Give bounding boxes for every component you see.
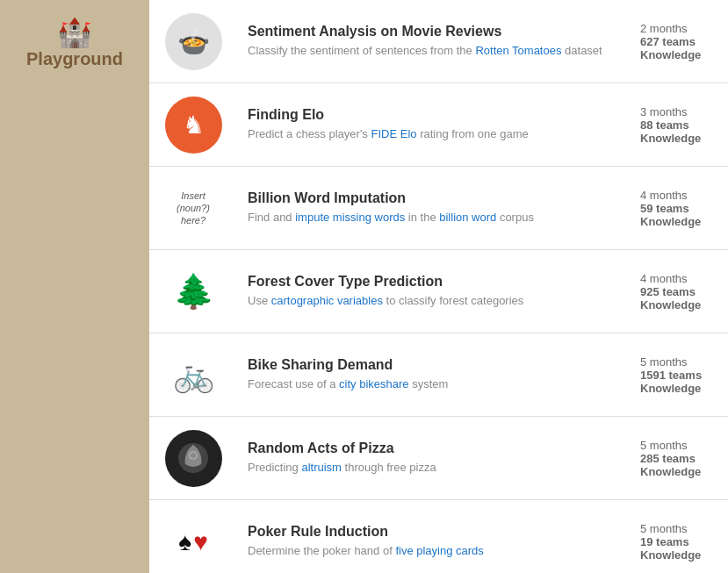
comp-months: 5 months (640, 522, 717, 535)
comp-meta-billion-word-imputation: 4 months 59 teams Knowledge (640, 189, 728, 228)
list-item[interactable]: 🚲 Bike Sharing Demand Forecast use of a … (149, 333, 728, 417)
comp-desc: Find and impute missing words in the bil… (248, 210, 630, 226)
comp-title[interactable]: Finding Elo (248, 107, 630, 123)
list-item[interactable]: ♠♥ Poker Rule Induction Determine the po… (149, 500, 728, 573)
comp-title[interactable]: Billion Word Imputation (248, 190, 630, 206)
comp-icon-poker-rule-induction: ♠♥ (149, 513, 237, 570)
list-item[interactable]: Insert(noun?)here? Billion Word Imputati… (149, 167, 728, 250)
comp-teams: 1591 teams (640, 369, 717, 382)
poker-icon: ♠♥ (165, 513, 222, 570)
comp-teams: 925 teams (640, 285, 717, 298)
comp-teams: 59 teams (640, 202, 717, 215)
chess-icon: ♞ (165, 97, 222, 154)
comp-category: Knowledge (640, 465, 717, 478)
tree-icon: 🌲 (165, 263, 222, 320)
comp-desc: Predicting altruism through free pizza (248, 460, 630, 476)
comp-info-bike-sharing-demand: Bike Sharing Demand Forecast use of a ci… (237, 357, 640, 392)
comp-desc: Classify the sentiment of sentences from… (248, 43, 630, 59)
comp-info-finding-elo: Finding Elo Predict a chess player's FID… (237, 107, 640, 142)
comp-meta-random-acts-of-pizza: 5 months 285 teams Knowledge (640, 439, 728, 478)
comp-category: Knowledge (640, 382, 717, 395)
insert-icon: Insert(noun?)here? (165, 180, 222, 237)
comp-teams: 627 teams (640, 35, 717, 48)
comp-meta-sentiment-analysis: 2 months 627 teams Knowledge (640, 22, 728, 61)
comp-info-forest-cover-type: Forest Cover Type Prediction Use cartogr… (237, 274, 640, 309)
comp-months: 4 months (640, 189, 717, 202)
comp-desc: Determine the poker hand of five playing… (248, 543, 630, 559)
list-item[interactable]: ♞ Finding Elo Predict a chess player's F… (149, 83, 728, 167)
comp-icon-finding-elo: ♞ (149, 97, 237, 154)
comp-title[interactable]: Forest Cover Type Prediction (248, 274, 630, 290)
comp-title[interactable]: Poker Rule Induction (248, 524, 630, 540)
sidebar: 🏰 Playground (0, 0, 149, 573)
sidebar-title: Playground (26, 49, 123, 69)
comp-months: 3 months (640, 105, 717, 118)
comp-meta-poker-rule-induction: 5 months 19 teams Knowledge (640, 522, 728, 562)
comp-meta-bike-sharing-demand: 5 months 1591 teams Knowledge (640, 355, 728, 395)
bike-icon: 🚲 (165, 347, 222, 404)
comp-info-sentiment-analysis: Sentiment Analysis on Movie Reviews Clas… (237, 24, 640, 59)
comp-category: Knowledge (640, 548, 717, 562)
castle-icon: 🏰 (57, 16, 92, 49)
comp-icon-bike-sharing-demand: 🚲 (149, 347, 237, 404)
comp-months: 5 months (640, 355, 717, 369)
comp-info-poker-rule-induction: Poker Rule Induction Determine the poker… (237, 524, 640, 559)
comp-title[interactable]: Sentiment Analysis on Movie Reviews (248, 24, 630, 39)
comp-icon-billion-word-imputation: Insert(noun?)here? (149, 180, 237, 237)
comp-category: Knowledge (640, 132, 717, 145)
comp-teams: 19 teams (640, 535, 717, 548)
comp-meta-forest-cover-type: 4 months 925 teams Knowledge (640, 272, 728, 312)
comp-desc: Predict a chess player's FIDE Elo rating… (248, 126, 630, 142)
comp-category: Knowledge (640, 215, 717, 228)
comp-desc: Use cartographic variables to classify f… (248, 293, 630, 309)
bowl-icon: 🍲 (165, 13, 222, 70)
comp-meta-finding-elo: 3 months 88 teams Knowledge (640, 105, 728, 145)
comp-months: 5 months (640, 439, 717, 452)
comp-icon-random-acts-of-pizza (149, 430, 237, 487)
comp-info-billion-word-imputation: Billion Word Imputation Find and impute … (237, 190, 640, 226)
comp-icon-forest-cover-type: 🌲 (149, 263, 237, 320)
main-content: 🍲 Sentiment Analysis on Movie Reviews Cl… (149, 0, 728, 573)
comp-teams: 88 teams (640, 118, 717, 132)
comp-title[interactable]: Random Acts of Pizza (248, 440, 630, 456)
comp-icon-sentiment-analysis: 🍲 (149, 13, 237, 70)
comp-months: 2 months (640, 22, 717, 35)
comp-desc: Forecast use of a city bikeshare system (248, 376, 630, 392)
list-item[interactable]: 🍲 Sentiment Analysis on Movie Reviews Cl… (149, 0, 728, 83)
list-item[interactable]: 🌲 Forest Cover Type Prediction Use carto… (149, 250, 728, 333)
comp-info-random-acts-of-pizza: Random Acts of Pizza Predicting altruism… (237, 440, 640, 476)
comp-category: Knowledge (640, 48, 717, 61)
comp-title[interactable]: Bike Sharing Demand (248, 357, 630, 373)
list-item[interactable]: Random Acts of Pizza Predicting altruism… (149, 417, 728, 500)
comp-teams: 285 teams (640, 452, 717, 465)
comp-months: 4 months (640, 272, 717, 285)
pizza-icon (165, 430, 222, 487)
comp-category: Knowledge (640, 298, 717, 312)
